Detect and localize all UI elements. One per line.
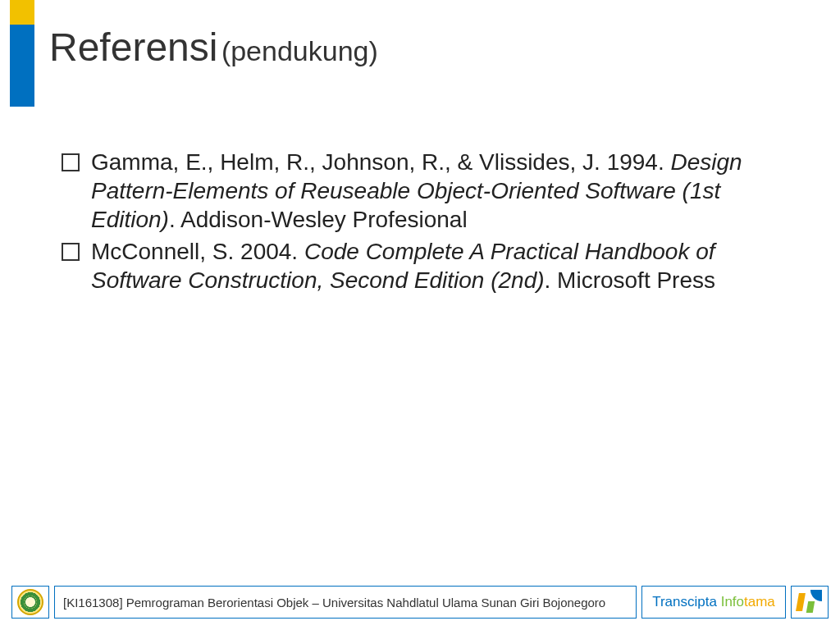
university-seal-icon [17, 589, 43, 615]
brand-icon-box [791, 586, 829, 619]
left-accent-bar [10, 25, 34, 107]
brand-text: Transcipta Infotama [652, 594, 775, 610]
footer: [KI161308] Pemrograman Berorientasi Obje… [11, 586, 829, 619]
course-text: [KI161308] Pemrograman Berorientasi Obje… [63, 596, 605, 609]
bullet-square-icon [62, 153, 80, 171]
university-seal-box [11, 586, 49, 619]
slide-title: Referensi (pendukung) [49, 25, 815, 70]
reference-text: Gamma, E., Helm, R., Johnson, R., & Vlis… [91, 148, 807, 234]
title-sub: (pendukung) [221, 35, 378, 66]
title-main: Referensi [49, 25, 217, 69]
brand-box: Transcipta Infotama [641, 586, 786, 619]
corner-block [10, 0, 34, 25]
references-list: Gamma, E., Helm, R., Johnson, R., & Vlis… [62, 148, 807, 298]
course-info-box: [KI161308] Pemrograman Berorientasi Obje… [54, 586, 637, 619]
list-item: McConnell, S. 2004. Code Complete A Prac… [62, 237, 807, 294]
list-item: Gamma, E., Helm, R., Johnson, R., & Vlis… [62, 148, 807, 234]
brand-logo-icon [797, 590, 822, 614]
reference-text: McConnell, S. 2004. Code Complete A Prac… [91, 237, 807, 294]
bullet-square-icon [62, 243, 80, 261]
